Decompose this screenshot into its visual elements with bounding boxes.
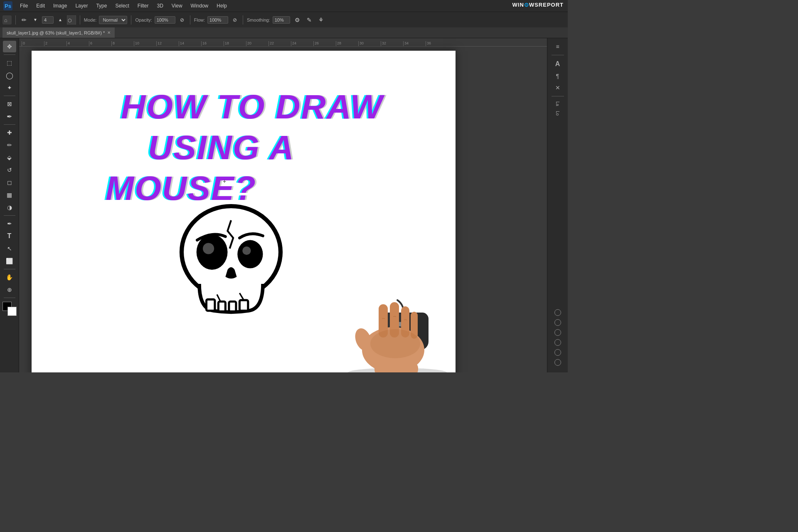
brush-size-down[interactable]: ▼: [31, 16, 39, 23]
menu-bar: Ps File Edit Image Layer Type Select Fil…: [0, 0, 568, 12]
brush-size-up[interactable]: ▲: [56, 16, 64, 23]
text-tool-button[interactable]: T: [3, 230, 16, 242]
crop-tool-button[interactable]: ⊠: [3, 98, 16, 110]
toolbar-separator-1: [15, 15, 16, 25]
hand-mouse-illustration: [314, 259, 456, 372]
layers-label: La: [554, 100, 562, 108]
circle-control-3[interactable]: [554, 329, 561, 336]
tool-separator-6: [4, 298, 15, 298]
panels-toggle-icon[interactable]: ≡: [554, 42, 561, 52]
pen-tool-button[interactable]: ✒: [3, 218, 16, 229]
menu-help[interactable]: Help: [213, 2, 230, 10]
menu-view[interactable]: View: [168, 2, 186, 10]
circle-control-5[interactable]: [554, 349, 561, 356]
right-panel-sep: [552, 55, 564, 55]
right-panel-sep2: [552, 96, 564, 96]
ruler-mark-14: 14: [179, 41, 201, 46]
symmetry-icon[interactable]: ⚘: [316, 15, 326, 25]
ruler-mark-18: 18: [224, 41, 246, 46]
menu-type[interactable]: Type: [93, 2, 110, 10]
marquee-tool-button[interactable]: ⬚: [3, 57, 16, 69]
brush-size-input[interactable]: [42, 16, 54, 24]
brush-mode-icon: ⬡: [67, 15, 76, 25]
hand-tool-button[interactable]: ✋: [3, 271, 16, 283]
svg-point-30: [370, 329, 420, 358]
skull-illustration: [156, 192, 306, 333]
document-tab[interactable]: skull_layer1.jpg @ 63% (skull_layer1, RG…: [2, 27, 115, 38]
paragraph-panel-icon[interactable]: ¶: [554, 71, 561, 81]
svg-point-8: [203, 243, 214, 254]
menu-image[interactable]: Image: [50, 2, 70, 10]
heal-tool-button[interactable]: ✚: [3, 127, 16, 138]
winreport-watermark: WIN⊙WSREPORT: [512, 2, 564, 8]
ruler-mark-8: 8: [111, 41, 134, 46]
smoothing-input[interactable]: [273, 16, 290, 24]
toolbar-bar: ⌂ ✏ ▼ ▲ ⬡ Mode: Normal Multiply Screen O…: [0, 12, 568, 27]
tablet-icon[interactable]: ✎: [305, 15, 314, 25]
menu-layer[interactable]: Layer: [72, 2, 91, 10]
ruler-mark-0: 0: [22, 41, 44, 46]
ruler-mark-36: 36: [426, 41, 448, 46]
ruler-mark-24: 24: [291, 41, 313, 46]
smoothing-label: Smoothing:: [247, 17, 270, 22]
mode-dropdown[interactable]: Normal Multiply Screen: [99, 16, 127, 24]
zoom-tool-button[interactable]: ⊕: [3, 284, 16, 296]
menu-filter[interactable]: Filter: [134, 2, 152, 10]
ruler-mark-4: 4: [66, 41, 89, 46]
tool-separator-1: [4, 54, 15, 55]
opacity-label: Opacity:: [135, 17, 152, 22]
menu-edit[interactable]: Edit: [33, 2, 48, 10]
background-color[interactable]: [7, 307, 17, 316]
lasso-tool-button[interactable]: ◯: [3, 69, 16, 81]
tool-separator-5: [4, 269, 15, 269]
main-area: ✥ ⬚ ◯ ✦ ⊠ ✒ ✚ ✏ ⬙ ↺ ◻ ▦ ◑ ✒ T ↖ ⬜ ✋ ⊕: [0, 38, 568, 372]
canvas-area: 0 2 4 6 8 10 12 14 16 18 20 22 24 26 28 …: [19, 38, 547, 372]
move-tool-button[interactable]: ✥: [3, 41, 16, 52]
ruler-mark-32: 32: [381, 41, 403, 46]
svg-rect-13: [229, 302, 236, 312]
svg-rect-29: [374, 362, 418, 372]
pressure-flow-icon[interactable]: ⊘: [231, 16, 239, 24]
circle-control-4[interactable]: [554, 339, 561, 346]
character-panel-icon[interactable]: A: [554, 59, 562, 69]
svg-point-9: [237, 240, 263, 268]
color-swatches[interactable]: [2, 302, 17, 316]
circle-control-1[interactable]: [554, 309, 561, 316]
opacity-input[interactable]: [155, 16, 175, 24]
pressure-opacity-icon[interactable]: ⊘: [178, 16, 186, 24]
ruler-mark-6: 6: [89, 41, 111, 46]
brush-tool-icon[interactable]: ✏: [20, 15, 29, 25]
svg-rect-14: [239, 300, 248, 311]
history-brush-button[interactable]: ↺: [3, 164, 16, 176]
ruler-mark-2: 2: [44, 41, 66, 46]
tab-close-button[interactable]: ✕: [107, 30, 111, 35]
tool-separator-3: [4, 124, 15, 125]
toolbar-separator-5: [243, 15, 243, 25]
circle-control-2[interactable]: [554, 319, 561, 326]
eyedropper-tool-button[interactable]: ✒: [3, 111, 16, 122]
ruler-mark-20: 20: [246, 41, 268, 46]
gradient-tool-button[interactable]: ▦: [3, 189, 16, 201]
artwork-title-line2: USING A: [148, 128, 295, 167]
artwork-title-line1: HOW TO DRAW: [121, 87, 383, 126]
menu-3d[interactable]: 3D: [153, 2, 166, 10]
stamp-tool-button[interactable]: ⬙: [3, 152, 16, 163]
ruler-marks: 0 2 4 6 8 10 12 14 16 18 20 22 24 26 28 …: [20, 41, 448, 46]
menu-file[interactable]: File: [17, 2, 31, 10]
magic-wand-tool-button[interactable]: ✦: [3, 82, 16, 94]
ruler-mark-28: 28: [336, 41, 358, 46]
menu-window[interactable]: Window: [187, 2, 212, 10]
shape-tool-button[interactable]: ⬜: [3, 255, 16, 267]
brush-tool-button[interactable]: ✏: [3, 139, 16, 151]
path-select-button[interactable]: ↖: [3, 243, 16, 254]
smoothing-settings-icon[interactable]: ⚙: [293, 15, 302, 25]
eraser-tool-button[interactable]: ◻: [3, 177, 16, 188]
close-panel-icon[interactable]: ✕: [554, 83, 562, 93]
right-side-panel: ≡ A ¶ ✕ La Lo: [547, 38, 568, 372]
flow-input[interactable]: [207, 16, 228, 24]
circle-control-6[interactable]: [554, 359, 561, 366]
home-icon[interactable]: ⌂: [2, 15, 12, 25]
menu-select[interactable]: Select: [112, 2, 132, 10]
ruler-mark-30: 30: [358, 41, 381, 46]
dodge-tool-button[interactable]: ◑: [3, 202, 16, 213]
